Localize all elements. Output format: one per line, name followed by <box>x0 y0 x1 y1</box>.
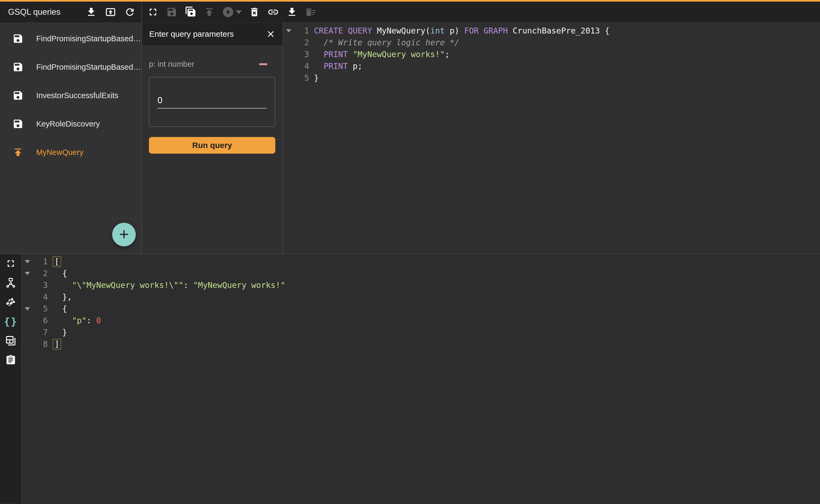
query-parameters-panel: Enter query parameters p: int number 0 R… <box>142 23 283 254</box>
query-name: MyNewQuery <box>36 148 83 157</box>
refresh-icon[interactable] <box>124 6 136 18</box>
clear-results-icon[interactable] <box>305 6 317 18</box>
matched-bracket: [ <box>53 256 61 267</box>
parameters-panel-header: Enter query parameters <box>142 23 283 45</box>
result-line: 5 { <box>22 303 820 315</box>
queries-panel-header: GSQL queries <box>0 2 142 23</box>
query-toolbar <box>142 2 820 23</box>
sidebar-item-query-3[interactable]: InvestorSuccessfulExits <box>0 81 141 110</box>
saved-query-icon <box>12 32 24 45</box>
query-name: FindPromisingStartupBased… <box>36 63 141 72</box>
line-number: 2 <box>33 268 48 279</box>
code-line: 4 PRINT p; <box>283 60 820 72</box>
publish-icon[interactable] <box>203 6 216 18</box>
upload-box-icon[interactable] <box>104 6 117 18</box>
line-number: 8 <box>33 338 48 350</box>
code-line: 5 } <box>283 72 820 84</box>
sidebar-item-query-5-active[interactable]: MyNewQuery <box>0 138 141 166</box>
line-number: 2 <box>294 37 309 49</box>
graph-view-icon[interactable] <box>5 296 17 308</box>
run-query-button[interactable]: Run query <box>149 137 275 154</box>
code-line: 2 /* Write query logic here */ <box>283 37 820 49</box>
result-line: 1 [ <box>22 256 820 268</box>
line-number: 3 <box>33 279 48 291</box>
close-icon[interactable] <box>265 28 277 40</box>
param-value-input[interactable]: 0 <box>157 95 267 108</box>
query-list-sidebar: FindPromisingStartupBased… FindPromising… <box>0 23 142 254</box>
query-name: FindPromisingStartupBased… <box>36 34 141 43</box>
line-number: 1 <box>33 256 48 268</box>
saved-query-icon <box>12 89 24 102</box>
line-number: 3 <box>294 49 309 60</box>
sidebar-item-query-2[interactable]: FindPromisingStartupBased… <box>0 53 141 81</box>
matched-bracket: ] <box>53 339 61 350</box>
query-name: KeyRoleDiscovery <box>36 120 100 128</box>
parameters-panel-title: Enter query parameters <box>149 29 234 39</box>
run-options-icon[interactable] <box>236 10 242 14</box>
gsql-code-editor[interactable]: 1 CREATE QUERY MyNewQuery(int p) FOR GRA… <box>283 23 820 254</box>
app-header: GSQL queries <box>0 2 820 23</box>
saved-query-icon <box>12 118 24 130</box>
result-line: 6 "p": 0 <box>22 315 820 327</box>
result-line: 7 } <box>22 327 820 338</box>
sidebar-item-query-4[interactable]: KeyRoleDiscovery <box>0 110 141 138</box>
fold-toggle-icon[interactable] <box>25 307 30 310</box>
query-result-json-viewer[interactable]: 1 [ 2 { 3 "\"MyNewQuery works!\"": "MyNe… <box>22 254 820 503</box>
line-number: 4 <box>33 291 48 303</box>
save-all-icon[interactable] <box>184 6 197 18</box>
save-icon[interactable] <box>165 6 178 18</box>
sidebar-item-query-1[interactable]: FindPromisingStartupBased… <box>0 24 141 53</box>
run-query-group <box>222 6 242 18</box>
fold-toggle-icon[interactable] <box>286 29 291 32</box>
plus-icon: + <box>119 226 129 242</box>
remove-param-icon[interactable] <box>259 63 267 65</box>
schema-tree-icon[interactable] <box>5 277 17 289</box>
run-icon[interactable] <box>222 6 234 18</box>
param-input-box: 0 <box>149 77 275 127</box>
json-view-icon[interactable]: {} <box>5 315 17 328</box>
query-name: InvestorSuccessfulExits <box>36 91 118 100</box>
fold-toggle-icon[interactable] <box>25 260 30 263</box>
file-download-icon[interactable] <box>85 6 97 18</box>
result-line: 8 ] <box>22 338 820 350</box>
expand-view-icon[interactable] <box>5 257 17 270</box>
line-number: 1 <box>294 25 309 37</box>
param-label: p: int number <box>149 60 194 69</box>
table-view-icon[interactable] <box>5 335 17 347</box>
code-line: 3 PRINT "MyNewQuery works!"; <box>283 49 820 60</box>
result-view-toolbar: {} <box>0 254 22 503</box>
copy-link-icon[interactable] <box>267 6 279 18</box>
line-number: 5 <box>33 303 48 315</box>
line-number: 7 <box>33 327 48 338</box>
line-number: 6 <box>33 315 48 327</box>
download-query-icon[interactable] <box>286 6 298 18</box>
add-query-button[interactable]: + <box>112 223 136 246</box>
result-line: 4 }, <box>22 291 820 303</box>
log-view-icon[interactable] <box>5 354 17 366</box>
publish-pending-icon <box>12 146 24 158</box>
code-line: 1 CREATE QUERY MyNewQuery(int p) FOR GRA… <box>283 25 820 37</box>
delete-query-icon[interactable] <box>248 6 261 18</box>
line-number: 4 <box>294 60 309 72</box>
fold-toggle-icon[interactable] <box>25 272 30 275</box>
input-underline <box>157 108 267 109</box>
page-title: GSQL queries <box>8 7 60 17</box>
saved-query-icon <box>12 61 24 73</box>
result-line: 3 "\"MyNewQuery works!\"": "MyNewQuery w… <box>22 279 820 291</box>
fullscreen-icon[interactable] <box>147 6 159 18</box>
line-number: 5 <box>294 72 309 84</box>
result-line: 2 { <box>22 268 820 279</box>
